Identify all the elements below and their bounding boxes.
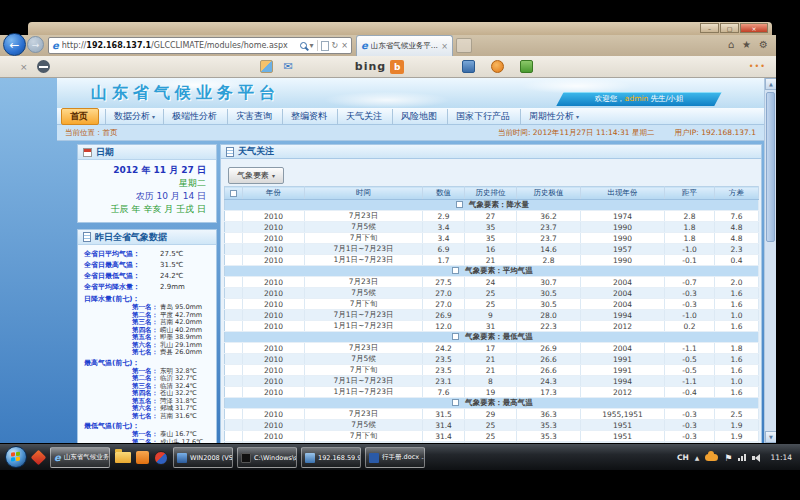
table-section: 气象要素：最高气温 20107月23日31.529 36.31955,1951-… <box>225 398 759 444</box>
back-button[interactable]: ← <box>3 33 26 56</box>
table-row[interactable]: 20107月23日31.529 36.31955,1951-0.32.5 <box>225 409 759 420</box>
breadcrumb: 当前位置：首页 <box>65 128 118 138</box>
table-row[interactable]: 20101月1日~7月23日7.619 17.32012-0.41.6 <box>225 387 759 398</box>
section-checkbox[interactable] <box>452 333 459 340</box>
table-row[interactable]: 20107月5候3.435 23.719901.84.8 <box>225 222 759 233</box>
nav-item-label: 风险地图 <box>401 110 437 123</box>
table-row[interactable]: 20107月1日~7月23日23.18 24.31994-1.11.0 <box>225 376 759 387</box>
clock[interactable]: 11:14 <box>770 453 792 462</box>
scrollbar-thumb[interactable] <box>766 92 775 242</box>
volume-icon[interactable] <box>752 454 760 462</box>
nav-item[interactable]: 周期性分析 ▾ <box>520 109 587 124</box>
people-icon[interactable] <box>520 60 533 73</box>
new-tab-button[interactable] <box>456 38 472 53</box>
table-row[interactable]: 20107月下旬23.521 26.61991-0.51.6 <box>225 365 759 376</box>
settings-icon[interactable]: ⚙ <box>759 39 768 50</box>
taskbar-ie-task[interactable]: e 山东省气候业务平... <box>50 447 110 468</box>
minimize-button[interactable]: – <box>700 23 719 33</box>
site-header: 山东省气候业务平台 欢迎您，admin 先生/小姐 <box>57 78 764 108</box>
bing-search-icon[interactable]: b <box>390 60 404 74</box>
app-icon[interactable] <box>491 60 504 73</box>
col-variance: 方差 <box>715 187 759 200</box>
table-row[interactable]: 20107月1日~7月23日26.99 28.01994-1.01.0 <box>225 310 759 321</box>
camera-icon[interactable] <box>462 60 475 73</box>
select-all-checkbox[interactable] <box>230 190 237 197</box>
start-button[interactable] <box>5 446 27 468</box>
nav-item[interactable]: 整编资料 <box>282 109 337 124</box>
cloud-icon[interactable] <box>705 454 718 461</box>
table-row[interactable]: 20101月1日~7月23日1.721 2.81990-0.10.4 <box>225 255 759 266</box>
mail-icon[interactable]: ✉ <box>284 60 293 73</box>
search-icon[interactable] <box>300 42 307 49</box>
table-row[interactable]: 20107月1日~7月23日6.916 14.61957-1.02.3 <box>225 244 759 255</box>
taskbar-task[interactable]: C:\Windows\sy... <box>237 447 297 468</box>
element-filter-button[interactable]: 气象要素 ▾ <box>228 167 284 184</box>
nav-item[interactable]: 天气关注 <box>337 109 392 124</box>
language-indicator[interactable]: CH <box>677 453 689 462</box>
compatibility-view-icon[interactable] <box>321 41 329 51</box>
date-panel-title: 日期 <box>96 146 114 159</box>
table-row[interactable]: 20107月23日24.217 26.92004-1.11.8 <box>225 343 759 354</box>
tab-close-icon[interactable]: × <box>441 42 448 51</box>
blocked-icon[interactable] <box>37 60 50 73</box>
explorer-icon[interactable] <box>115 452 131 463</box>
section-checkbox[interactable] <box>452 399 459 406</box>
task-list: WIN2008 (VS2... C:\Windows\sy... 192.168… <box>173 447 425 468</box>
province-stats: 全省日平均气温： 27.5℃ 全省日最高气温： 31.5℃ <box>84 249 214 293</box>
nav-item-label: 首页 <box>70 110 88 123</box>
browser-navigation-bar: ← → e http://192.168.137.1/GLCCLIMATE/mo… <box>0 35 776 56</box>
pinned-app-icon[interactable] <box>154 451 168 465</box>
action-center-icon[interactable]: ⚑ <box>724 453 732 463</box>
gregorian-date: 2012 年 11 月 27 日 <box>78 164 206 177</box>
stat-value: 2.9mm <box>160 282 185 293</box>
refresh-icon[interactable]: ↻ <box>332 41 339 50</box>
rank-label: 第七名： <box>126 349 158 357</box>
report-icon <box>83 232 91 242</box>
favorites-icon[interactable]: ★ <box>742 39 751 50</box>
table-row[interactable]: 20101月1日~7月23日12.031 22.320120.21.6 <box>225 321 759 332</box>
address-bar[interactable]: e http://192.168.137.1/GLCCLIMATE/module… <box>48 37 352 54</box>
network-icon[interactable] <box>738 454 746 461</box>
table-row[interactable]: 20107月5候27.025 30.52004-0.31.6 <box>225 288 759 299</box>
home-icon[interactable]: ⌂ <box>728 39 734 50</box>
taskbar-task[interactable]: 行手册.docx ... <box>365 447 425 468</box>
nav-item[interactable]: 极端性分析 <box>163 109 227 124</box>
tray-expand-icon[interactable]: ▲ <box>695 454 700 461</box>
stat-row: 全省平均降水量： 2.9mm <box>84 282 214 293</box>
scroll-down-button[interactable]: ▼ <box>765 431 776 443</box>
table-row[interactable]: 20107月下旬3.435 23.719901.84.8 <box>225 233 759 244</box>
browser-tab[interactable]: e 山东省气候业务平... × <box>356 35 453 56</box>
pinned-app-icon[interactable] <box>136 451 149 464</box>
toolbar-close-icon[interactable]: × <box>20 62 28 72</box>
table-row[interactable]: 20107月23日27.524 30.72004-0.72.0 <box>225 277 759 288</box>
maximize-button[interactable]: ▢ <box>720 23 739 33</box>
photos-icon[interactable] <box>260 60 273 73</box>
scroll-up-button[interactable]: ▲ <box>765 78 776 90</box>
section-checkbox[interactable] <box>456 201 463 208</box>
table-row[interactable]: 20107月下旬31.425 35.31951-0.31.9 <box>225 431 759 442</box>
table-row[interactable]: 20107月5候23.521 26.61991-0.51.6 <box>225 354 759 365</box>
taskbar-task[interactable]: WIN2008 (VS2... <box>173 447 233 468</box>
more-icon[interactable]: ••• <box>749 62 766 71</box>
table-row[interactable]: 20107月下旬27.025 30.52004-0.31.6 <box>225 299 759 310</box>
close-button[interactable]: × <box>740 23 768 33</box>
nav-item[interactable]: 首页 <box>61 108 99 125</box>
url-text[interactable]: http://192.168.137.1/GLCCLIMATE/modules/… <box>62 41 297 50</box>
section-checkbox[interactable] <box>452 267 459 274</box>
address-dropdown-icon[interactable]: ▾ <box>310 41 314 50</box>
forward-button[interactable]: → <box>27 36 44 53</box>
taskbar-task[interactable]: 192.168.59.99... <box>301 447 361 468</box>
nav-item[interactable]: 灾害查询 <box>227 109 282 124</box>
bing-logo[interactable]: bing b <box>355 60 404 74</box>
table-section: 气象要素：最低气温 20107月23日24.217 26.92004-1.11.… <box>225 332 759 398</box>
nav-item[interactable]: 风险地图 <box>392 109 447 124</box>
stat-value: 24.2℃ <box>160 271 183 282</box>
pinned-app-icon[interactable] <box>31 450 47 466</box>
table-row[interactable]: 20107月23日2.927 36.219742.87.6 <box>225 211 759 222</box>
stat-row: 全省日最高气温： 31.5℃ <box>84 260 214 271</box>
table-row[interactable]: 20107月5候31.425 35.31951-0.31.9 <box>225 420 759 431</box>
stop-icon[interactable]: × <box>341 41 348 50</box>
nav-item[interactable]: 国家下行产品 <box>447 109 520 124</box>
nav-item[interactable]: 数据分析 ▾ <box>105 109 163 124</box>
page-scrollbar[interactable]: ▲ ▼ <box>764 78 776 443</box>
